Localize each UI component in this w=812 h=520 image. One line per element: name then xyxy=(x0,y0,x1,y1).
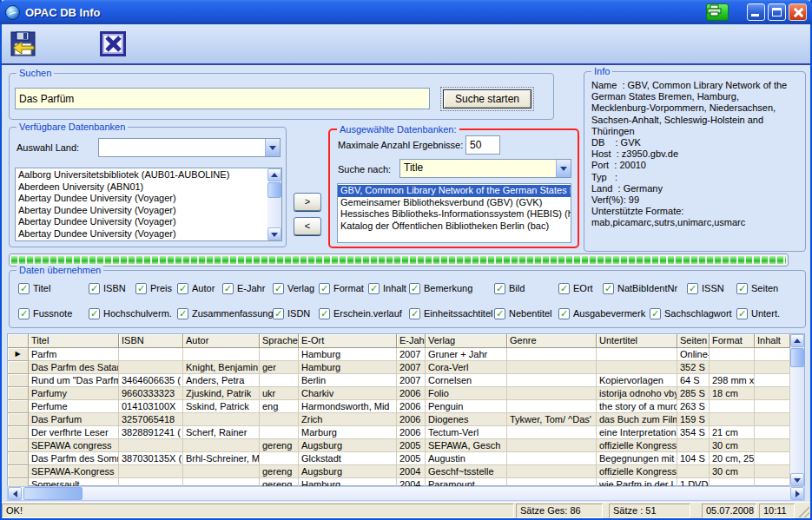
table-cell[interactable]: Online-I xyxy=(677,348,710,361)
table-cell[interactable]: Somersault xyxy=(29,478,119,486)
table-row[interactable]: SEPAWA-KongressgerengAugsburg2004Geschf~… xyxy=(8,465,790,478)
checkbox-checked-icon[interactable]: ✓ xyxy=(135,283,147,294)
column-header[interactable]: Untertitel xyxy=(597,334,677,348)
table-cell[interactable] xyxy=(119,478,183,486)
table-cell[interactable] xyxy=(710,400,755,413)
checkbox-checked-icon[interactable]: ✓ xyxy=(319,308,330,319)
table-row[interactable]: SomersaultgerengHamburg2004Paramountwie … xyxy=(8,478,790,486)
table-cell[interactable] xyxy=(507,478,597,486)
table-cell[interactable]: 2006 xyxy=(397,387,426,400)
field-checkbox-item[interactable]: ✓Untert. xyxy=(736,307,780,319)
table-cell[interactable] xyxy=(597,361,677,374)
table-cell[interactable] xyxy=(677,465,710,478)
table-cell[interactable]: 3464606635 ( xyxy=(119,374,183,387)
table-cell[interactable]: 21 cm xyxy=(710,426,755,439)
table-cell[interactable]: Zjuskind, Patrik xyxy=(183,387,260,400)
table-cell[interactable]: 3828891241 ( xyxy=(119,426,183,439)
table-cell[interactable]: 2006 xyxy=(397,413,426,426)
table-cell[interactable]: 159 S xyxy=(677,413,710,426)
field-checkbox-item[interactable]: ✓Zusammenfassung xyxy=(177,307,274,319)
scroll-down-icon[interactable] xyxy=(267,227,281,240)
table-cell[interactable] xyxy=(755,452,790,465)
checkbox-checked-icon[interactable]: ✓ xyxy=(177,283,188,294)
table-row[interactable]: Das Parfum3257065418Zrich2006DiogenesTyk… xyxy=(8,413,790,426)
floppy-import-icon[interactable] xyxy=(9,30,36,57)
scroll-thumb[interactable] xyxy=(23,487,83,500)
table-cell[interactable] xyxy=(755,439,790,452)
table-cell[interactable]: Rund um "Das Parfm xyxy=(29,374,119,387)
table-cell[interactable]: SEPAWA, Gesch xyxy=(426,439,507,452)
table-cell[interactable]: Scherf, Rainer xyxy=(183,426,260,439)
table-cell[interactable]: 285 S xyxy=(677,387,710,400)
checkbox-checked-icon[interactable]: ✓ xyxy=(18,308,30,319)
table-cell[interactable]: 2005 xyxy=(397,439,426,452)
row-selector-cell[interactable] xyxy=(8,361,29,374)
checkbox-checked-icon[interactable]: ✓ xyxy=(409,308,420,319)
table-cell[interactable]: Paramount xyxy=(426,478,507,486)
checkbox-checked-icon[interactable]: ✓ xyxy=(494,308,505,319)
table-cell[interactable]: Hamburg xyxy=(299,348,397,361)
list-item[interactable]: Abertay Dundee University (Voyager) xyxy=(16,228,267,240)
field-checkbox-item[interactable]: ✓Bemerkung xyxy=(409,282,472,294)
table-cell[interactable]: Begegnungen mit F xyxy=(597,452,677,465)
row-selector-cell[interactable] xyxy=(8,452,29,465)
table-cell[interactable] xyxy=(183,439,260,452)
table-cell[interactable]: 20 cm, 25 xyxy=(710,452,755,465)
table-cell[interactable]: Augustin xyxy=(426,452,507,465)
table-cell[interactable]: Der verfhrte Leser xyxy=(29,426,119,439)
table-cell[interactable]: Kopiervorlagen xyxy=(597,374,677,387)
table-cell[interactable] xyxy=(507,439,597,452)
table-cell[interactable] xyxy=(183,413,260,426)
table-cell[interactable]: Knight, Benjamin xyxy=(183,361,260,374)
scroll-up-icon[interactable] xyxy=(267,168,281,181)
table-cell[interactable] xyxy=(119,348,183,361)
table-cell[interactable]: 352 S xyxy=(677,361,710,374)
table-cell[interactable]: gereng xyxy=(260,478,299,486)
table-row[interactable]: Perfume014103100XSskind, PatrickengHarmo… xyxy=(8,400,790,413)
table-cell[interactable] xyxy=(507,452,597,465)
table-row[interactable]: Das Parfm des SatanKnight, BenjamingerHa… xyxy=(8,361,790,374)
maximize-icon[interactable] xyxy=(768,3,786,21)
table-cell[interactable] xyxy=(507,348,597,361)
field-checkbox-item[interactable]: ✓Format xyxy=(319,282,364,294)
table-cell[interactable]: offizielle Kongress- xyxy=(597,439,677,452)
field-checkbox-item[interactable]: ✓Titel xyxy=(18,282,50,294)
column-header[interactable]: Inhalt xyxy=(755,334,790,348)
column-header[interactable]: Sprache xyxy=(260,334,299,348)
checkbox-checked-icon[interactable]: ✓ xyxy=(558,283,570,294)
table-cell[interactable]: Zrich xyxy=(299,413,397,426)
table-cell[interactable] xyxy=(260,452,299,465)
table-cell[interactable]: Glckstadt xyxy=(299,452,397,465)
table-cell[interactable]: Charkiv xyxy=(299,387,397,400)
minimize-icon[interactable] xyxy=(747,3,765,21)
column-header[interactable]: Autor xyxy=(183,334,260,348)
table-row[interactable]: ▶ParfmHamburg2007Gruner + JahrOnline-I xyxy=(8,348,790,361)
table-cell[interactable] xyxy=(677,439,710,452)
table-cell[interactable]: 2004 xyxy=(397,478,426,486)
checkbox-checked-icon[interactable]: ✓ xyxy=(89,308,100,319)
table-cell[interactable]: 30 cm xyxy=(710,465,755,478)
table-cell[interactable] xyxy=(507,374,597,387)
table-cell[interactable]: 263 S xyxy=(677,400,710,413)
table-row[interactable]: SEPAWA congressgerengAugsburg2005SEPAWA,… xyxy=(8,439,790,452)
scroll-thumb[interactable] xyxy=(790,348,804,367)
add-db-button[interactable]: > xyxy=(294,193,321,211)
scroll-right-icon[interactable] xyxy=(790,487,804,500)
table-cell[interactable] xyxy=(260,426,299,439)
chevron-down-icon[interactable] xyxy=(556,160,571,177)
table-cell[interactable] xyxy=(507,387,597,400)
checkbox-checked-icon[interactable]: ✓ xyxy=(494,283,505,294)
table-cell[interactable] xyxy=(755,400,790,413)
field-checkbox-item[interactable]: ✓Seiten xyxy=(736,282,778,294)
column-header[interactable]: E-Ort xyxy=(299,334,397,348)
checkbox-checked-icon[interactable]: ✓ xyxy=(273,308,284,319)
table-cell[interactable]: Tykwer, Tom/ ^Das' xyxy=(507,413,597,426)
field-checkbox-item[interactable]: ✓Hochschulverm. xyxy=(89,307,172,319)
table-cell[interactable]: Cornelsen xyxy=(426,374,507,387)
table-cell[interactable]: Das Parfm des Satan xyxy=(29,361,119,374)
table-cell[interactable]: Tectum-Verl xyxy=(426,426,507,439)
table-cell[interactable] xyxy=(710,478,755,486)
column-header[interactable]: Verlag xyxy=(426,334,507,348)
table-cell[interactable]: Brhl-Schreiner, M. xyxy=(183,452,260,465)
table-cell[interactable]: 2007 xyxy=(397,348,426,361)
